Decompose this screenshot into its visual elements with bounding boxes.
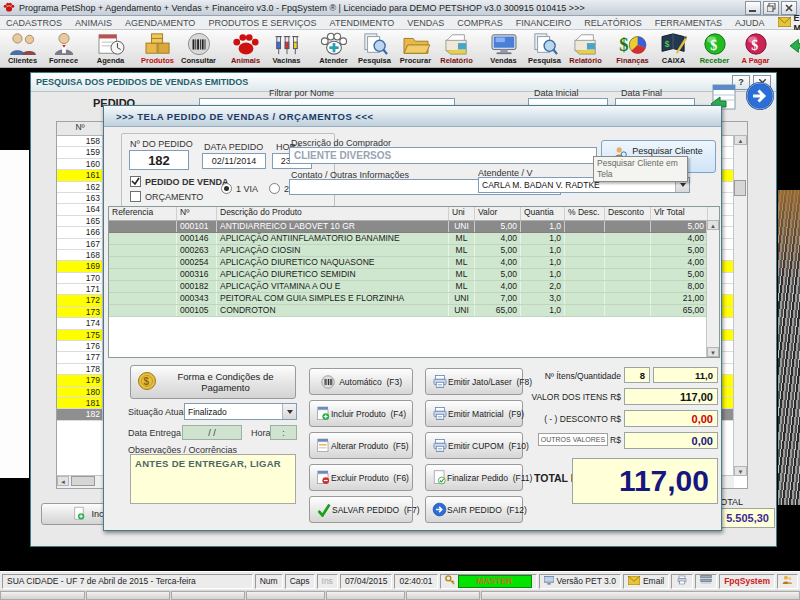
toolbar-button-relat-rio[interactable]: Relatório	[565, 31, 606, 66]
status-printer[interactable]	[671, 574, 693, 589]
order-dialog: >>> TELA PEDIDO DE VENDAS / ORÇAMENTOS <…	[103, 105, 722, 531]
menu-item-compras[interactable]: COMPRAS	[457, 18, 503, 28]
toolbar-button-pesquisa[interactable]: Pesquisa	[524, 31, 565, 66]
menu-item-atendimento[interactable]: ATENDIMENTO	[330, 18, 395, 28]
toolbar-button-fornece[interactable]: Fornece	[43, 31, 84, 66]
button-autom-tico[interactable]: Automático (F3)	[309, 368, 413, 395]
toolbar-button-vendas[interactable]: Vendas	[483, 31, 524, 66]
checkbox-checked-icon	[130, 176, 141, 187]
menu-item-animais[interactable]: ANIMAIS	[75, 18, 112, 28]
product-table-scrollbar[interactable]: ▲ ▼	[706, 220, 719, 357]
status-monitor[interactable]	[695, 574, 717, 589]
sphere-green-icon: $	[700, 32, 730, 56]
product-row[interactable]: 000254APLICAÇÃO DIURETICO NAQUASONEML4,0…	[109, 257, 719, 269]
entrega-hora-field[interactable]: :	[270, 425, 297, 440]
itens-count: 8	[624, 367, 650, 383]
doc-search-icon	[530, 32, 560, 56]
order-num-value[interactable]: 182	[129, 150, 189, 170]
entrega-date-field[interactable]: / /	[182, 425, 242, 440]
toolbar-button-a-pagar[interactable]: $A Pagar	[735, 31, 776, 66]
button-sair-pedido[interactable]: SAIR PEDIDO (F12)	[425, 496, 523, 523]
menu-item-relat-rios[interactable]: RELATÓRIOS	[584, 18, 641, 28]
status-versao: Versão PET 3.0	[539, 574, 621, 589]
product-col-descri-o-do-produto: Descrição do Produto	[217, 207, 449, 220]
product-row[interactable]: 000146APLICAÇÃO ANTIINFLAMATORIO BANAMIN…	[109, 233, 719, 245]
product-col-valor: Valor	[475, 207, 521, 220]
menu-item-financeiro[interactable]: FINANCEIRO	[516, 18, 572, 28]
menu-item-cadastros[interactable]: CADASTROS	[6, 18, 62, 28]
go-arrow-button[interactable]	[745, 81, 775, 115]
radio-1-via[interactable]: 1 VIA	[221, 183, 258, 194]
pedido-de-venda-checkbox[interactable]: PEDIDO DE VENDA	[130, 176, 229, 187]
toolbar-button-produtos[interactable]: Produtos	[137, 31, 178, 66]
product-col-vlr-total: Vlr Total	[651, 207, 708, 220]
menu-item-vendas[interactable]: VENDAS	[407, 18, 444, 28]
status-num: Num	[255, 574, 283, 589]
toolbar-button-caixa[interactable]: $CAIXA	[653, 31, 694, 66]
toolbar-button-atender[interactable]: Atender	[313, 31, 354, 66]
desconto-label: ( - ) DESCONTO R$	[499, 414, 621, 424]
toolbar-button-pesquisa[interactable]: Pesquisa	[354, 31, 395, 66]
menubar: CADASTROSANIMAISAGENDAMENTOPRODUTOS E SE…	[0, 16, 800, 30]
scroll-up-icon[interactable]: ▲	[734, 135, 747, 145]
status-caps: Caps	[285, 574, 315, 589]
button-incluir-produto[interactable]: Incluir Produto (F4)	[309, 400, 413, 427]
button-emitir-cupom[interactable]: Emitir CUPOM (F10)	[425, 432, 523, 459]
product-row[interactable]: 000105CONDROTONUNI65,001,065,00	[109, 305, 719, 317]
toolbar-button-relat-rio[interactable]: Relatório	[436, 31, 477, 66]
toolbar-button-agenda[interactable]: Agenda	[90, 31, 131, 66]
button-excluir-produto[interactable]: Excluir Produto (F6)	[309, 464, 413, 491]
clients-icon	[8, 32, 38, 56]
product-row[interactable]: 000343PEITORAL COM GUIA SIMPLES E FLORZI…	[109, 293, 719, 305]
menu-item-ferramentas[interactable]: FERRAMENTAS	[655, 18, 722, 28]
situacao-combo[interactable]: Finalizado	[184, 403, 297, 420]
obs-textarea[interactable]: ANTES DE ENTREGAR, LIGAR	[130, 454, 296, 504]
itens-label: Nº Ítens/Quantidade	[499, 371, 621, 381]
order-date-value[interactable]: 02/11/2014	[202, 153, 266, 169]
scroll-left-icon[interactable]: ◄	[57, 476, 69, 486]
entrega-label: Data Entrega	[128, 428, 181, 438]
toolbar-button-finan-as[interactable]: $Finanças	[612, 31, 653, 66]
toolbar-button-receber[interactable]: $Receber	[694, 31, 735, 66]
status-email[interactable]: Email	[623, 574, 669, 589]
toolbar-button-procurar[interactable]: Procurar	[395, 31, 436, 66]
product-row[interactable]: 000316APLICAÇÃO DIURETICO SEMIDINML5,001…	[109, 269, 719, 281]
outros-valores-box[interactable]: OUTROS VALORES	[538, 433, 608, 446]
scroll-thumb[interactable]	[734, 180, 746, 196]
scroll-up-icon[interactable]: ▲	[707, 220, 719, 230]
minimize-button[interactable]	[745, 1, 761, 15]
scroll-down-icon[interactable]: ▼	[707, 347, 719, 357]
menu-item-agendamento[interactable]: AGENDAMENTO	[125, 18, 195, 28]
toolbar-button-consultar[interactable]: Consultar	[178, 31, 219, 66]
payment-terms-button[interactable]: $ Forma e Condições de Pagamento	[130, 365, 296, 399]
chevron-down-icon	[282, 404, 296, 419]
product-row[interactable]: 000182APLICAÇÃO VITAMINA A OU EML4,002,0…	[109, 281, 719, 293]
toolbar-button-vacinas[interactable]: Vacinas	[266, 31, 307, 66]
dollar-pie-icon: $	[618, 32, 648, 56]
toolbar-button-clientes[interactable]: Clientes	[2, 31, 43, 66]
report-icon	[571, 32, 601, 56]
product-row[interactable]: 000263APLICAÇÃO CIOSINML5,001,05,00	[109, 245, 719, 257]
itens-quantity: 11,0	[653, 367, 718, 383]
button-alterar-produto[interactable]: Alterar Produto (F5)	[309, 432, 413, 459]
product-col-n: Nº	[177, 207, 217, 220]
product-table: ReferenciaNºDescrição do ProdutoUniValor…	[108, 206, 720, 358]
wallpaper-white-patch	[0, 150, 29, 478]
menu-item-ajuda[interactable]: AJUDA	[735, 18, 765, 28]
buyer-input[interactable]: CLIENTE DIVERSOS	[289, 147, 597, 164]
orcamento-checkbox[interactable]: ORÇAMENTO	[130, 191, 203, 202]
button-finalizar-pedido[interactable]: Finalizar Pedido (F11)	[425, 464, 523, 491]
pedidos-vertical-scrollbar[interactable]: ▲ ▼	[733, 135, 747, 476]
folder-icon	[401, 32, 431, 56]
wallpaper-cat-fur-brown	[778, 190, 800, 280]
doc-search-icon	[360, 32, 390, 56]
toolbar-button-button[interactable]	[782, 31, 800, 66]
button-salvar-pedido[interactable]: SALVAR PEDIDO (F7)	[309, 496, 413, 523]
product-row[interactable]: 000101ANTIDIARREICO LABOVET 10 GRUNI5,00…	[109, 221, 719, 233]
hscroll-thumb[interactable]	[71, 476, 95, 486]
menu-item-produtos-e-servi-os[interactable]: PRODUTOS E SERVIÇOS	[208, 18, 316, 28]
product-col-desconto: Desconto	[605, 207, 651, 220]
toolbar-button-animais[interactable]: Animais	[225, 31, 266, 66]
scroll-down-icon[interactable]: ▼	[734, 466, 747, 476]
total-value: 117,00	[572, 458, 718, 504]
